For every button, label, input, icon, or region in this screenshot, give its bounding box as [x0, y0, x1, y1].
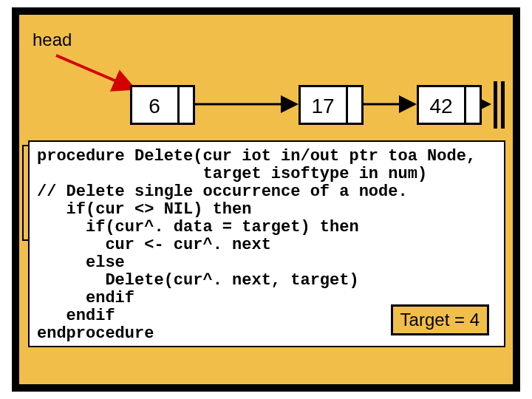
- list-node-2: 17: [299, 85, 364, 125]
- code-line: target isoftype in num): [37, 166, 497, 183]
- code-line: if(cur <> NIL) then: [37, 201, 497, 219]
- node-value: 6: [132, 95, 177, 118]
- node-value: 17: [301, 95, 345, 118]
- code-panel: procedure Delete(cur iot in/out ptr toa …: [28, 140, 505, 347]
- list-node-3: 42: [417, 85, 482, 125]
- code-line: cur <- cur^. next: [37, 236, 497, 254]
- list-node-1: 6: [130, 85, 195, 125]
- code-line: else: [37, 254, 497, 272]
- code-line: // Delete single occurrence of a node.: [37, 183, 497, 201]
- code-line: if(cur^. data = target) then: [37, 219, 497, 236]
- nil-bar-1: [494, 81, 497, 129]
- code-line: Delete(cur^. next, target): [37, 272, 497, 290]
- node-value: 42: [419, 95, 463, 118]
- node-pointer-divider: [177, 87, 180, 123]
- code-line: procedure Delete(cur iot in/out ptr toa …: [37, 148, 497, 166]
- node-pointer-divider: [464, 87, 466, 123]
- svg-line-0: [56, 55, 134, 89]
- node-pointer-divider: [346, 87, 348, 123]
- head-label: head: [33, 30, 72, 50]
- slide-outer-frame: head 6: [12, 7, 520, 392]
- target-badge: Target = 4: [391, 304, 489, 335]
- slide-canvas: head 6: [19, 15, 513, 384]
- nil-bar-2: [501, 81, 505, 129]
